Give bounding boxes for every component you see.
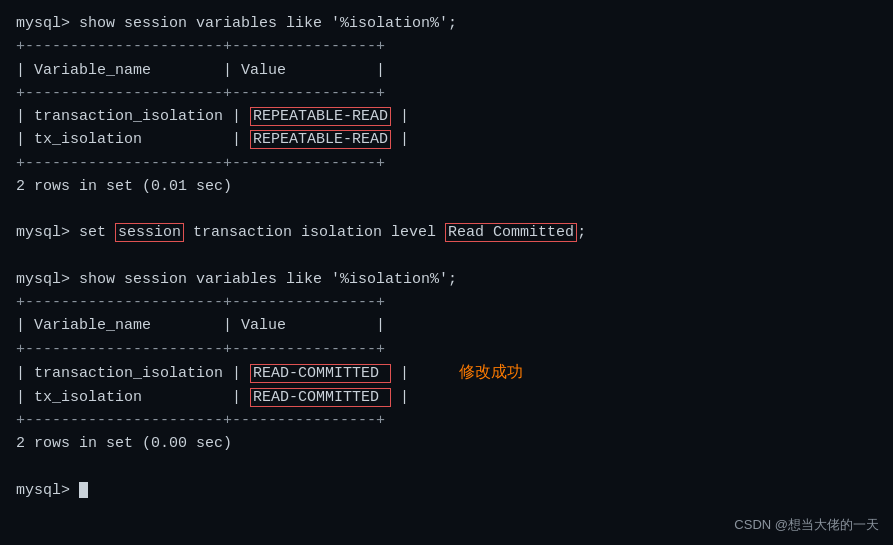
terminal: mysql> show session variables like '%iso…	[0, 0, 893, 545]
table-border-1: +----------------------+----------------…	[16, 35, 877, 58]
table-row-4: | tx_isolation | READ-COMMITTED |	[16, 386, 877, 409]
table-border-2: +----------------------+----------------…	[16, 82, 877, 105]
read-committed-1: READ-COMMITTED	[250, 364, 391, 383]
success-label: 修改成功	[459, 364, 523, 382]
command-line-3: mysql> show session variables like '%iso…	[16, 268, 877, 291]
table-border-3: +----------------------+----------------…	[16, 152, 877, 175]
cursor	[79, 482, 88, 498]
watermark: CSDN @想当大佬的一天	[734, 515, 879, 535]
table-border-5: +----------------------+----------------…	[16, 338, 877, 361]
repeatable-read-1: REPEATABLE-READ	[250, 107, 391, 126]
table-border-4: +----------------------+----------------…	[16, 291, 877, 314]
blank-1	[16, 198, 877, 221]
command-line-1: mysql> show session variables like '%iso…	[16, 12, 877, 35]
blank-3	[16, 455, 877, 478]
repeatable-read-2: REPEATABLE-READ	[250, 130, 391, 149]
session-keyword: session	[115, 223, 184, 242]
table-row-3: | transaction_isolation | READ-COMMITTED…	[16, 361, 877, 386]
table-row-1: | transaction_isolation | REPEATABLE-REA…	[16, 105, 877, 128]
table-border-6: +----------------------+----------------…	[16, 409, 877, 432]
blank-2	[16, 245, 877, 268]
table-header-2: | Variable_name | Value |	[16, 314, 877, 337]
table-row-2: | tx_isolation | REPEATABLE-READ |	[16, 128, 877, 151]
table-header-1: | Variable_name | Value |	[16, 59, 877, 82]
final-prompt: mysql>	[16, 479, 877, 502]
command-line-2: mysql> set session transaction isolation…	[16, 221, 877, 244]
read-committed-2: READ-COMMITTED	[250, 388, 391, 407]
result-1: 2 rows in set (0.01 sec)	[16, 175, 877, 198]
result-2: 2 rows in set (0.00 sec)	[16, 432, 877, 455]
read-committed-value: Read Committed	[445, 223, 577, 242]
